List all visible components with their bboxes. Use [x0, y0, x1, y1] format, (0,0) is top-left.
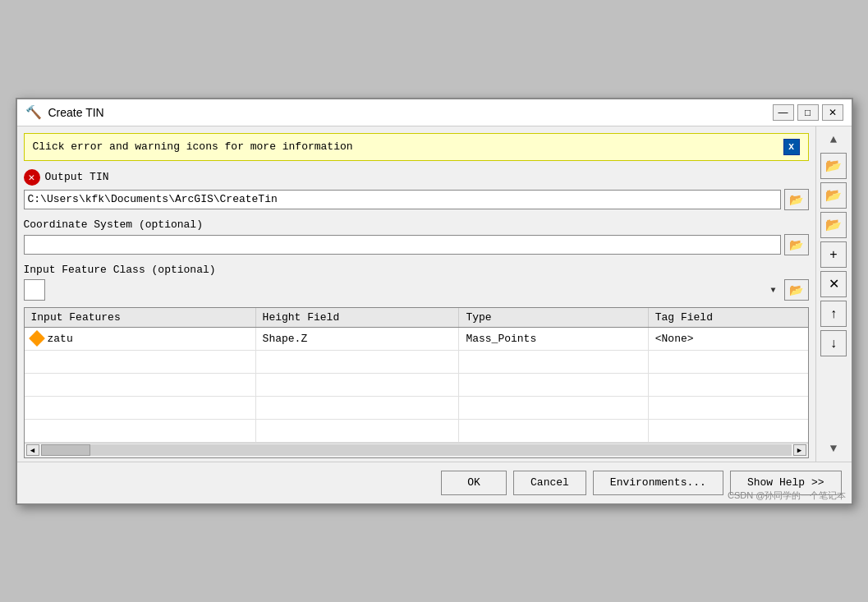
folder-open-icon-2: 📂 [825, 187, 842, 203]
dialog-icon: 🔨 [25, 104, 42, 121]
up-arrow-icon: ↑ [830, 306, 837, 321]
cell-empty [459, 396, 648, 419]
cell-empty [648, 419, 807, 442]
maximize-button[interactable]: □ [797, 104, 819, 121]
cell-input-features: zatu [25, 327, 256, 350]
window-controls: — □ ✕ [773, 104, 843, 121]
cell-empty [459, 419, 648, 442]
table-row [25, 396, 808, 419]
cell-input-features-text: zatu [48, 333, 73, 345]
form-area: Click error and warning icons for more i… [17, 126, 815, 462]
cell-empty [25, 419, 256, 442]
cell-tag-field: <None> [648, 327, 807, 350]
folder-open-icon-3: 📂 [825, 217, 842, 232]
input-feature-class-select-wrapper [24, 279, 781, 301]
feature-table: Input Features Height Field Type Tag Fie… [25, 308, 808, 443]
output-tin-section: ✕ Output TIN 📂 [17, 164, 815, 214]
scroll-left-arrow[interactable]: ◀ [26, 444, 39, 456]
input-feature-class-section: Input Feature Class (optional) 📂 [17, 259, 815, 304]
output-tin-label: Output TIN [45, 171, 109, 183]
cell-empty [255, 419, 459, 442]
ok-button[interactable]: OK [441, 471, 507, 495]
warning-bar: Click error and warning icons for more i… [24, 133, 809, 161]
browse-coordinate-button[interactable]: 📂 [820, 182, 847, 209]
input-feature-class-field-row: 📂 [24, 279, 809, 301]
cell-empty [648, 396, 807, 419]
table-row [25, 419, 808, 442]
input-feature-class-browse-icon: 📂 [789, 283, 803, 296]
output-tin-input[interactable] [24, 190, 781, 209]
table-header: Input Features Height Field Type Tag Fie… [25, 308, 808, 328]
feature-diamond-icon [29, 330, 45, 347]
cancel-button[interactable]: Cancel [513, 471, 586, 495]
move-up-button[interactable]: ↑ [820, 301, 847, 327]
coordinate-system-label-row: Coordinate System (optional) [24, 218, 809, 231]
bottom-bar: OK Cancel Environments... Show Help >> [17, 462, 852, 503]
browse-feature-button[interactable]: 📂 [820, 212, 847, 238]
scroll-track[interactable] [41, 444, 792, 456]
coordinate-system-section: Coordinate System (optional) 📂 [17, 214, 815, 259]
error-icon: ✕ [24, 169, 40, 186]
col-tag-field: Tag Field [648, 308, 807, 328]
minimize-button[interactable]: — [773, 104, 794, 121]
close-button[interactable]: ✕ [822, 104, 843, 121]
coordinate-system-field-row: 📂 [24, 234, 809, 255]
warning-message: Click error and warning icons for more i… [33, 140, 353, 153]
output-tin-field-row: 📂 [24, 189, 809, 210]
input-feature-class-label: Input Feature Class (optional) [24, 264, 216, 276]
cell-type: Mass_Points [459, 327, 648, 350]
output-tin-browse-icon: 📂 [789, 193, 803, 206]
cell-height-field: Shape.Z [255, 327, 459, 350]
col-height-field: Height Field [255, 308, 459, 328]
output-tin-browse-button[interactable]: 📂 [784, 189, 809, 210]
cell-empty [459, 350, 648, 373]
dialog-title: Create TIN [48, 106, 766, 119]
scroll-thumb [41, 444, 90, 456]
down-arrow-icon: ↓ [830, 336, 837, 351]
plus-icon: + [829, 247, 837, 262]
cell-empty [255, 396, 459, 419]
scroll-right-arrow[interactable]: ▶ [793, 444, 806, 456]
right-sidebar: ▲ 📂 📂 📂 + ✕ ↑ [815, 126, 852, 462]
table-row[interactable]: zatu Shape.Z Mass_Points <None> [25, 327, 808, 350]
feature-table-section: Input Features Height Field Type Tag Fie… [17, 304, 815, 462]
move-down-button[interactable]: ↓ [820, 330, 847, 356]
col-input-features: Input Features [25, 308, 256, 328]
col-type: Type [459, 308, 648, 328]
table-header-row: Input Features Height Field Type Tag Fie… [25, 308, 808, 328]
table-horizontal-scrollbar: ◀ ▶ [25, 443, 808, 457]
output-tin-label-row: ✕ Output TIN [24, 169, 809, 186]
coordinate-system-input[interactable] [24, 235, 781, 255]
cell-empty [25, 373, 256, 396]
main-content: Click error and warning icons for more i… [17, 126, 852, 462]
table-row [25, 350, 808, 373]
coordinate-system-browse-icon: 📂 [789, 238, 803, 251]
input-feature-class-browse-button[interactable]: 📂 [784, 279, 809, 301]
feature-table-container: Input Features Height Field Type Tag Fie… [24, 307, 809, 458]
warning-close-button[interactable]: x [783, 139, 800, 155]
watermark: CSDN @孙同学的一个笔记本 [728, 489, 846, 502]
sidebar-scroll-down-icon[interactable]: ▼ [830, 442, 837, 455]
table-body: zatu Shape.Z Mass_Points <None> [25, 327, 808, 442]
cell-empty [255, 373, 459, 396]
cell-empty [648, 373, 807, 396]
sidebar-scroll-up-icon[interactable]: ▲ [830, 133, 837, 146]
browse-output-button[interactable]: 📂 [820, 153, 847, 179]
table-row [25, 373, 808, 396]
create-tin-dialog: 🔨 Create TIN — □ ✕ Click error and warni… [16, 98, 853, 505]
cell-empty [25, 396, 256, 419]
input-feature-class-label-row: Input Feature Class (optional) [24, 264, 809, 276]
cell-empty [648, 350, 807, 373]
cell-empty [459, 373, 648, 396]
cell-empty [25, 350, 256, 373]
folder-open-icon: 📂 [825, 158, 842, 173]
environments-button[interactable]: Environments... [593, 471, 723, 495]
cell-input-features-content: zatu [31, 333, 249, 345]
coordinate-system-label: Coordinate System (optional) [24, 218, 203, 231]
x-icon: ✕ [829, 276, 839, 292]
remove-row-button[interactable]: ✕ [820, 271, 847, 297]
add-row-button[interactable]: + [820, 241, 847, 268]
coordinate-system-browse-button[interactable]: 📂 [784, 234, 809, 255]
title-bar: 🔨 Create TIN — □ ✕ [17, 99, 852, 126]
input-feature-class-select[interactable] [24, 279, 45, 301]
